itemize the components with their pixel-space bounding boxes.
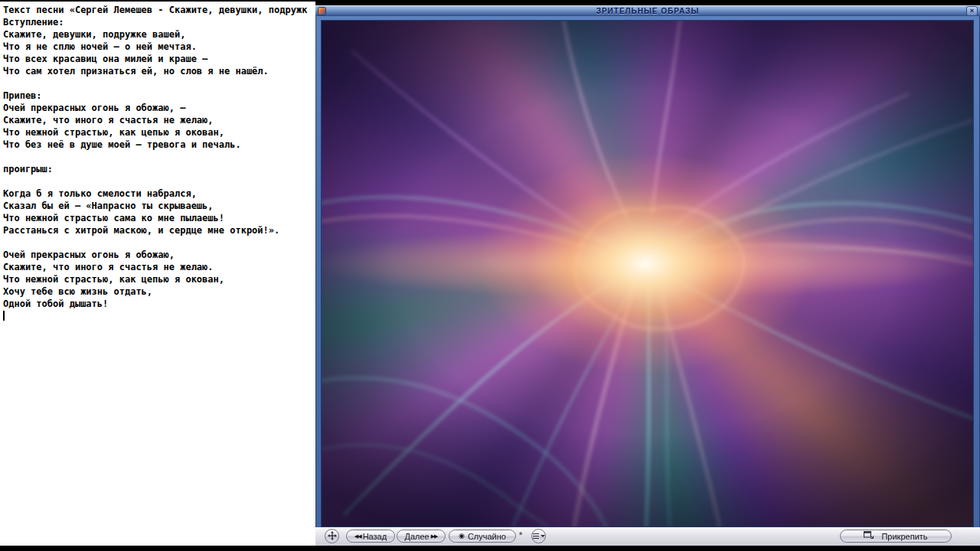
lyric-line: Расстанься с хитрой маскою, и сердце мне… [3,224,315,236]
lyric-line: Сказал бы ей – «Напрасно ты скрываешь, [3,200,315,212]
lyric-line: Текст песни «Сергей Лемешев - Скажите, д… [3,4,315,16]
window-title: ЗРИТЕЛЬНЫЕ ОБРАЗЫ [315,7,980,15]
move-icon [328,531,337,542]
lyric-line: Что нежной страстью сама ко мне пылаешь! [3,212,315,224]
visualization-window: ЗРИТЕЛЬНЫЕ ОБРАЗЫ × [315,5,980,546]
lyric-line: Что я не сплю ночей – о ней мечтая. [3,41,315,53]
lyric-line [3,151,315,163]
random-icon: ◉ [459,533,465,540]
lyric-line [3,236,315,249]
screen: Текст песни «Сергей Лемешев - Скажите, д… [0,0,980,551]
next-button[interactable]: Далее ▶▶ [397,530,446,543]
visualization-canvas[interactable] [322,21,973,527]
close-button[interactable]: × [967,7,977,15]
lyric-line [3,175,315,187]
lyric-line: Одной тобой дышать! [3,298,315,310]
random-label: Случайно [468,532,506,541]
back-button[interactable]: ◀◀ Назад [346,530,395,543]
text-cursor [3,311,5,321]
viz-vignette-layer [322,21,973,527]
lyric-line: Что всех красавиц она милей и краше – [3,53,315,65]
lyric-line: Скажите, девушки, подружке вашей, [3,28,315,41]
title-bar[interactable]: ЗРИТЕЛЬНЫЕ ОБРАЗЫ × [315,5,980,16]
lyric-line: Что без неё в душе моей – тревога и печа… [3,139,315,151]
lyrics-lines: Текст песни «Сергей Лемешев - Скажите, д… [0,2,315,310]
lyric-line: проигрыш: [3,163,315,175]
next-icon: ▶▶ [431,533,438,539]
sparkle-icon: * [519,530,522,540]
lyric-line: Что нежной страстью, как цепью я окован, [3,126,315,139]
lyric-line: Хочу тебе всю жизнь отдать, [3,285,315,298]
back-label: Назад [363,532,387,541]
list-icon [533,532,539,540]
lyric-line [3,77,315,90]
chevron-down-icon [541,535,545,537]
lyric-line: Очей прекрасных огонь я обожаю, – [3,102,315,114]
random-button[interactable]: ◉ Случайно [449,530,516,543]
control-bar: ◀◀ Назад Далее ▶▶ ◉ Случайно * [315,527,980,546]
lyric-line: Вступление: [3,16,315,28]
lyrics-pane[interactable]: Текст песни «Сергей Лемешев - Скажите, д… [0,2,315,546]
lyric-line: Скажите, что иного я счастья не желаю. [3,261,315,273]
lyric-line: Припев: [3,90,315,102]
resize-button[interactable] [325,529,339,543]
pin-button[interactable]: Прикрепить [840,530,952,543]
lyric-line: Что нежной страстью, как цепью я окован, [3,273,315,285]
pin-icon [864,531,874,541]
lyric-line: Очей прекрасных огонь я обожаю, [3,249,315,261]
next-label: Далее [404,532,429,541]
presets-menu-button[interactable] [531,529,546,543]
lyric-line: Когда б я только смелости набрался, [3,187,315,200]
lyric-line: Что сам хотел признаться ей, но слов я н… [3,65,315,77]
back-icon: ◀◀ [354,533,361,539]
lyric-line: Скажите, что иного я счастья не желаю, [3,114,315,126]
pin-label: Прикрепить [881,532,927,541]
